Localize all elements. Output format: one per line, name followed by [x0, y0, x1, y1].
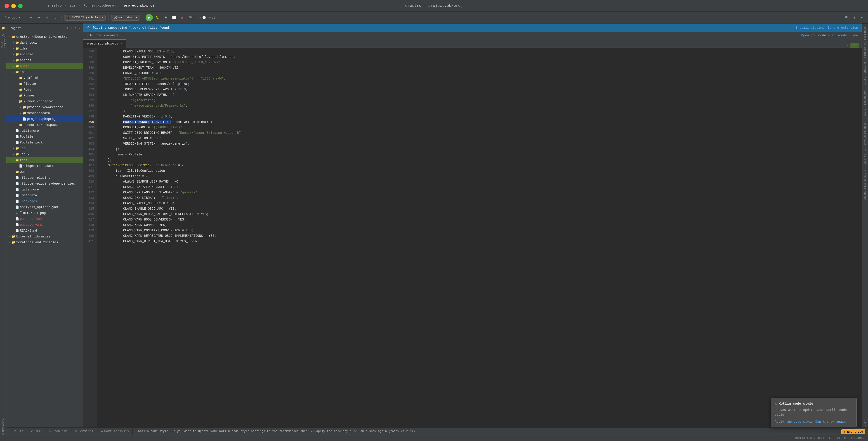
device-manager-panel[interactable]: Device Manager [863, 120, 868, 147]
status-encoding[interactable]: UTF-8 [836, 436, 847, 440]
device-selector[interactable]: 📱 RMX3265 (mobile) ▾ [64, 15, 105, 21]
dont-show-again-link[interactable]: Don't show again [815, 420, 846, 423]
tree-item-metadata[interactable]: ▸ 📄 .metadata [6, 192, 83, 198]
event-log-button[interactable]: ⚠ Event Log [841, 429, 865, 434]
toolbar-icon-sort[interactable]: ≡ [36, 14, 42, 21]
tree-item-test[interactable]: ▾ 📂 test [6, 157, 83, 163]
flutter-performance-panel[interactable]: Flutter Performance [863, 25, 868, 60]
tree-item-analysis-options[interactable]: ▸ 📄 analysis_options.yaml [6, 204, 83, 210]
maximize-button[interactable] [18, 4, 23, 8]
todo-tab-icon: ✔ [31, 429, 33, 433]
panel-icon-sort[interactable]: ≡ [70, 26, 73, 30]
git-check-icon: ✓ [197, 16, 199, 20]
tree-item-packages[interactable]: ▸ 📄 .packages [6, 198, 83, 204]
bottom-tab-problems[interactable]: ⚠ Problems [45, 428, 71, 435]
tree-item-flutter-png[interactable]: ▸ 🖼 flutter_01.png [6, 210, 83, 216]
toolbar-icon-settings[interactable]: ⚙ [44, 14, 51, 21]
toolbar-coverage-button[interactable]: ⚑ [163, 14, 169, 21]
tree-item-external-libraries[interactable]: ▸ 📁 External Libraries [6, 233, 83, 240]
open-ios-xcode-link[interactable]: Open iOS module in Xcode [801, 34, 847, 37]
tree-item-podfile-lock[interactable]: ▸ 📄 Podfile.lock [6, 139, 83, 146]
bottom-tab-dart-analysis[interactable]: ◆ Dart Analysis [97, 428, 133, 435]
tree-item-assets[interactable]: ▸ 📁 assets [6, 57, 83, 63]
tree-item-runner[interactable]: ▸ 📁 Runner [6, 93, 83, 98]
tree-item-scratches-consoles[interactable]: ▸ 📁 Scratches and Consoles [6, 240, 83, 245]
run-button[interactable]: ▶ [146, 14, 153, 21]
tree-item-pods[interactable]: ▸ 📁 Pods [6, 87, 83, 93]
tab-close-icon[interactable]: ✕ [121, 42, 123, 45]
toolbar-debug-button[interactable]: 🐛 [155, 14, 161, 21]
editor-tab-pbxproj[interactable]: project.pbxproj ✕ [83, 39, 126, 48]
flutter-inspector-panel[interactable]: Flutter Inspector [863, 89, 868, 120]
device-file-explorer-panel[interactable]: Device File Explorer [863, 166, 868, 202]
project-dropdown[interactable]: Project ▾ [3, 15, 22, 20]
sidebar-btn-pull[interactable]: Pull Requests [0, 39, 6, 45]
panel-icon-more[interactable]: … [78, 26, 81, 30]
tree-item-gitignore-1[interactable]: ▸ 📄 .gitignore [6, 128, 83, 134]
toolbar-stop-button[interactable]: ◼ [179, 14, 185, 21]
sidebar-btn-project[interactable]: 📁 [0, 25, 6, 31]
tree-item-lib[interactable]: ▸ 📁 lib [6, 146, 83, 151]
tree-item-web[interactable]: ▸ 📁 web [6, 169, 83, 175]
tree-item-runner-xcodeproj[interactable]: ▾ 📂 Runner.xcodeproj [6, 98, 83, 104]
tree-item-flutter[interactable]: ▸ 📁 Flutter [6, 81, 83, 87]
notification-text: Plugins supporting *.pbxproj files found… [93, 26, 794, 30]
status-indent[interactable]: 4 spaces [849, 436, 865, 440]
ignore-extension-link[interactable]: Ignore extension [828, 26, 858, 30]
tree-item-pubspec-lock[interactable]: ▸ 📄 pubspec.lock [6, 216, 83, 222]
tree-item-xcshareddata[interactable]: ▸ 📁 xcshareddata [6, 110, 83, 116]
branch-selector[interactable]: ⎇ main.dart ▾ [111, 15, 140, 21]
status-position[interactable]: 399:42 (25 chars) [794, 436, 825, 440]
search-button[interactable]: 🔍 [844, 14, 850, 21]
tree-item-erestro[interactable]: ▾ 📂 erestro ~/Documents/erestro [6, 34, 83, 40]
plugin-icon: 🔌 [87, 26, 91, 30]
settings-button[interactable]: ⚙ [851, 14, 858, 21]
flutter-outline-panel[interactable]: Flutter Outline [863, 60, 868, 88]
tree-item-idea[interactable]: ▸ 📁 idea [6, 45, 83, 52]
tree-item-build[interactable]: ▸ 📁 build [6, 63, 83, 69]
hide-link[interactable]: Hide [850, 34, 858, 37]
tree-item-android[interactable]: ▸ 📁 android [6, 52, 83, 57]
toolbar-icon-add-scope[interactable]: ⊕ [28, 14, 34, 21]
sub-notif-text: Flutter commands [90, 34, 118, 37]
breadcrumb-ios[interactable]: ios [67, 3, 78, 8]
tree-item-linux[interactable]: ▸ 📁 linux [6, 151, 83, 157]
minimize-button[interactable] [11, 4, 16, 8]
apply-code-style-link[interactable]: Apply the code style [775, 420, 813, 423]
panel-icon-add-scope[interactable]: ⊕ [66, 26, 69, 30]
code-line-388: CURRENT_PROJECT_VERSION = "$(FLUTTER_BUI… [100, 60, 862, 65]
more-button[interactable]: ⋯ [859, 14, 865, 21]
tree-item-project-pbxproj[interactable]: ▸ 📄 project.pbxproj [6, 116, 83, 122]
bottom-tab-git[interactable]: ⎇ Git [9, 428, 27, 435]
tree-item-podfile[interactable]: ▸ 📄 Podfile [6, 134, 83, 139]
tree-item-runner-xcworkspace[interactable]: ▸ 📁 Runner.xcworkspace [6, 122, 83, 128]
code-line-403: VERSIONING_SYSTEM = apple-generic"; [100, 141, 862, 147]
breadcrumb-runner[interactable]: Runner.xcodeproj [81, 3, 118, 8]
code-content[interactable]: CLANG_ENABLE_MODULES = YES; CODE_SIGN_EN… [97, 48, 862, 435]
bottom-kotlin-notif-text: Kotlin code style: Do you want to update… [138, 430, 865, 433]
toolbar-icon-dots[interactable]: … [52, 14, 59, 21]
bottom-tab-terminal[interactable]: ⌨ Terminal [71, 428, 97, 435]
tree-item-ios[interactable]: ▾ 📂 ios [6, 69, 83, 75]
panel-icon-gear[interactable]: ⚙ [74, 26, 77, 30]
bottom-tab-todo[interactable]: ✔ TODO [27, 428, 45, 435]
code-editor[interactable]: 386 387 388 389 390 391 392 393 394 395 … [83, 48, 862, 435]
tree-item-symlinks[interactable]: ▸ 📁 .symlinks [6, 75, 83, 81]
tree-item-gitignore-2[interactable]: ▸ 📄 .gitignore [6, 187, 83, 192]
code-line-408: isa = XCBuildConfiguration; [100, 168, 862, 174]
tree-item-pubspec-yaml[interactable]: ▸ 📄 pubspec.yaml [6, 222, 83, 228]
status-line-endings[interactable]: LF [828, 436, 833, 440]
tree-item-dart-tool[interactable]: ▾ 📂 dart_tool [6, 40, 83, 45]
install-plugins-link[interactable]: Install plugins [796, 26, 824, 30]
close-button[interactable] [4, 4, 9, 8]
breadcrumb-project[interactable]: project.pbxproj [122, 3, 157, 8]
breadcrumb-erestro[interactable]: erestro [45, 3, 64, 8]
tree-item-flutter-plugins-deps[interactable]: ▸ 📄 .flutter-plugins-dependencies [6, 181, 83, 187]
tree-item-readme[interactable]: ▸ 📄 README.md [6, 228, 83, 233]
adb-wifi-panel[interactable]: ADB Wi-Fi [863, 147, 868, 166]
tree-item-flutter-plugins[interactable]: ▸ 📄 .flutter-plugins [6, 175, 83, 181]
toolbar-profiler-button[interactable]: 📊 [171, 14, 177, 21]
tree-item-widget-test[interactable]: ▸ 📄 widget_test.dart [6, 163, 83, 169]
tree-item-project-xcworkspace[interactable]: ▸ 📁 project.xcworkspace [6, 104, 83, 110]
sidebar-btn-favorites[interactable]: Favorites [0, 429, 6, 435]
